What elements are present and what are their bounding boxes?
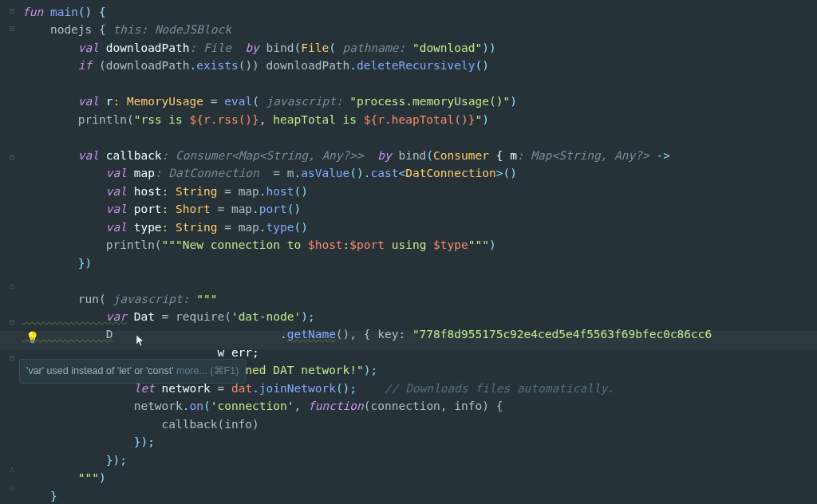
fold-marker[interactable]: ⊟	[10, 316, 14, 329]
fold-marker[interactable]: ⊟	[10, 352, 14, 364]
tooltip-shortcut: (⌘F1)	[210, 365, 239, 376]
fold-marker[interactable]: △	[10, 480, 14, 493]
fold-marker[interactable]: ⊟	[10, 151, 14, 163]
fold-marker[interactable]: △	[10, 279, 14, 292]
gutter: ⊟ ⊟ ⊟ △ ⊟ ⊟ △ △	[0, 0, 22, 504]
code-editor[interactable]: fun main() { nodejs { this: NodeJSBlock …	[22, 3, 712, 504]
inspection-tooltip: 'var' used instead of 'let' or 'const' m…	[19, 359, 246, 384]
fold-marker[interactable]: ⊟	[10, 22, 14, 35]
tooltip-more-link[interactable]: more...	[176, 365, 210, 376]
fold-marker[interactable]: ⊟	[10, 5, 14, 18]
fold-marker[interactable]: △	[10, 463, 14, 475]
tooltip-message: 'var' used instead of 'let' or 'const'	[26, 365, 176, 376]
